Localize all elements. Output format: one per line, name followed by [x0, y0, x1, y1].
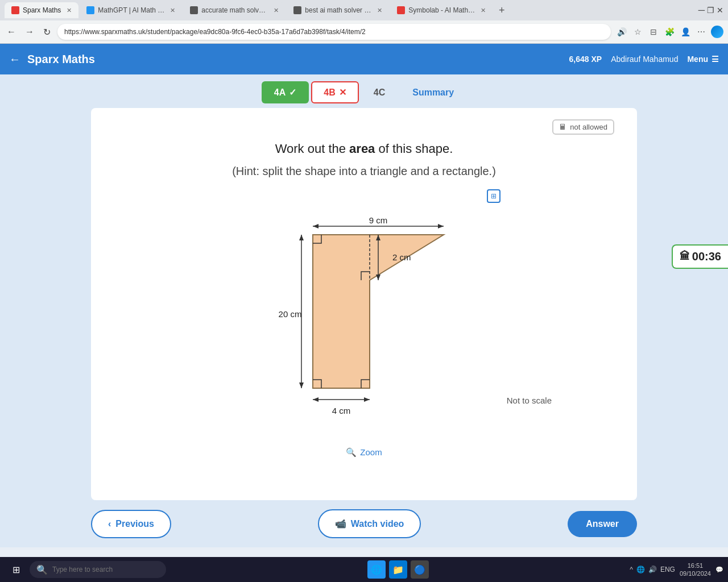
new-tab-button[interactable]: +: [494, 2, 510, 18]
prev-icon: ‹: [108, 519, 111, 529]
browser-tab-accurate[interactable]: accurate math solver hic... ✕: [183, 2, 286, 18]
tab-summary-label: Summary: [412, 88, 454, 98]
time-display: 16:51: [680, 562, 711, 569]
video-icon: 📹: [335, 518, 346, 529]
profile-icon[interactable]: 👤: [679, 26, 692, 38]
taskbar-right: ^ 🌐 🔊 ENG 16:51 09/10/2024 💬: [630, 562, 723, 578]
svg-marker-3: [438, 224, 444, 228]
split-screen-icon[interactable]: ⊟: [647, 26, 660, 38]
timer-icon: 🏛: [680, 251, 690, 263]
browser-tab-sparx[interactable]: Sparx Maths ✕: [5, 2, 78, 18]
back-button[interactable]: ←: [5, 24, 18, 39]
taskbar-app-edge[interactable]: 🌐: [367, 560, 386, 579]
user-name: Abdirauf Mahamud: [611, 55, 678, 64]
tab-favicon-mathgpt: [86, 6, 94, 14]
tab-close-accurate[interactable]: ✕: [274, 7, 279, 14]
svg-marker-11: [376, 275, 380, 280]
action-bar: ‹ Previous 📹 Watch video Answer: [0, 500, 728, 547]
question-text: Work out the area of this shape.: [114, 140, 614, 158]
svg-marker-6: [299, 235, 304, 240]
shape-diagram: ⊞: [114, 195, 614, 434]
content-wrapper: 🖩 not allowed Work out the area of this …: [0, 108, 728, 500]
hint-text: (Hint: split the shape into a triangle a…: [114, 165, 614, 178]
timer-display: 00:36: [692, 250, 721, 263]
browser-tab-mathgpt[interactable]: MathGPT | AI Math Solve... ✕: [80, 2, 182, 18]
tab-close-mathgpt[interactable]: ✕: [170, 7, 175, 14]
minimize-button[interactable]: ─: [698, 5, 705, 15]
app-back-button[interactable]: ←: [9, 53, 20, 66]
tab-label-best: best ai math solver - Sea...: [305, 6, 371, 14]
not-to-scale: Not to scale: [507, 396, 552, 405]
svg-marker-15: [364, 397, 370, 402]
start-button[interactable]: ⊞: [5, 559, 27, 580]
window-controls: ─ ❐ ✕: [698, 5, 723, 15]
tab-close-best[interactable]: ✕: [377, 7, 382, 14]
tab-bar: Sparx Maths ✕ MathGPT | AI Math Solve...…: [0, 0, 728, 20]
svg-text:4 cm: 4 cm: [332, 406, 351, 415]
refresh-button[interactable]: ↻: [41, 24, 53, 40]
taskbar-apps: 🌐 📁 🔵: [166, 560, 630, 579]
tab-label-accurate: accurate math solver hic...: [201, 6, 268, 14]
edge-browser-icon: [711, 26, 723, 38]
read-aloud-icon[interactable]: 🔊: [615, 26, 628, 38]
restore-button[interactable]: ❐: [707, 6, 714, 15]
lang-display: ENG: [660, 566, 675, 573]
taskbar-app-chrome[interactable]: 🔵: [411, 560, 429, 579]
tab-4b[interactable]: 4B ✕: [311, 81, 358, 103]
tab-close-symbolab[interactable]: ✕: [481, 7, 486, 14]
taskbar-datetime: 16:51 09/10/2024: [680, 562, 711, 578]
tab-label-mathgpt: MathGPT | AI Math Solve...: [98, 6, 164, 14]
tab-favicon-best: [293, 6, 301, 14]
tab-summary[interactable]: Summary: [400, 82, 466, 103]
svg-marker-14: [313, 397, 318, 402]
svg-marker-2: [313, 224, 318, 228]
zoom-button[interactable]: 🔍 Zoom: [346, 447, 382, 458]
extensions-icon[interactable]: 🧩: [663, 26, 676, 38]
menu-button[interactable]: Menu ☰: [687, 55, 719, 64]
calculator-note: 🖩 not allowed: [552, 119, 614, 135]
address-input[interactable]: [57, 24, 611, 40]
tab-label-sparx: Sparx Maths: [23, 6, 61, 14]
browser-tab-best[interactable]: best ai math solver - Sea... ✕: [287, 2, 389, 18]
tab-4c-label: 4C: [374, 88, 385, 98]
svg-text:20 cm: 20 cm: [279, 309, 302, 319]
close-button[interactable]: ✕: [717, 6, 723, 15]
tab-4a[interactable]: 4A ✓: [262, 81, 309, 103]
windows-icon: ⊞: [13, 564, 20, 575]
forward-button[interactable]: →: [23, 24, 36, 39]
screenshot-icon[interactable]: ⊞: [487, 189, 500, 203]
answer-button[interactable]: Answer: [568, 511, 637, 537]
browser-tab-symbolab[interactable]: Symbolab - AI Math Calc... ✕: [390, 2, 493, 18]
taskbar-search[interactable]: 🔍: [30, 561, 166, 578]
tab-4a-label: 4A: [274, 88, 286, 98]
favorites-icon[interactable]: ☆: [631, 26, 644, 38]
tab-favicon-sparx: [11, 6, 19, 14]
shape-svg: 9 cm 20 cm 2 cm: [245, 195, 483, 434]
toolbar-icons: 🔊 ☆ ⊟ 🧩 👤 ⋯: [615, 26, 723, 38]
date-display: 09/10/2024: [680, 569, 711, 577]
tab-close-sparx[interactable]: ✕: [67, 7, 72, 14]
svg-text:9 cm: 9 cm: [369, 215, 388, 225]
taskbar: ⊞ 🔍 🌐 📁 🔵 ^ 🌐 🔊 ENG 16:51 09/10/2024 💬: [0, 557, 728, 582]
xp-display: 6,648 XP: [569, 55, 602, 64]
tab-favicon-symbolab: [397, 6, 405, 14]
tab-4c[interactable]: 4C: [361, 82, 398, 103]
previous-button[interactable]: ‹ Previous: [91, 510, 171, 538]
svg-text:2 cm: 2 cm: [392, 252, 411, 262]
taskbar-app-files[interactable]: 📁: [389, 560, 407, 579]
question-card: 🖩 not allowed Work out the area of this …: [91, 108, 637, 500]
hamburger-icon: ☰: [712, 55, 719, 64]
more-icon[interactable]: ⋯: [695, 26, 708, 38]
timer-widget: 🏛 00:36: [672, 244, 728, 269]
tab-4a-icon: ✓: [289, 87, 296, 98]
app-header: ← Sparx Maths 6,648 XP Abdirauf Mahamud …: [0, 44, 728, 74]
watch-video-button[interactable]: 📹 Watch video: [318, 509, 421, 538]
network-icon: 🌐: [636, 566, 645, 573]
tab-4b-icon: ✕: [339, 87, 346, 98]
zoom-icon: 🔍: [346, 447, 357, 458]
taskbar-search-input[interactable]: [52, 566, 155, 573]
tray-expand[interactable]: ^: [630, 566, 633, 573]
notification-icon[interactable]: 💬: [715, 566, 723, 573]
address-bar-row: ← → ↻ 🔊 ☆ ⊟ 🧩 👤 ⋯: [0, 20, 728, 43]
task-tab-nav: 4A ✓ 4B ✕ 4C Summary: [0, 74, 728, 108]
